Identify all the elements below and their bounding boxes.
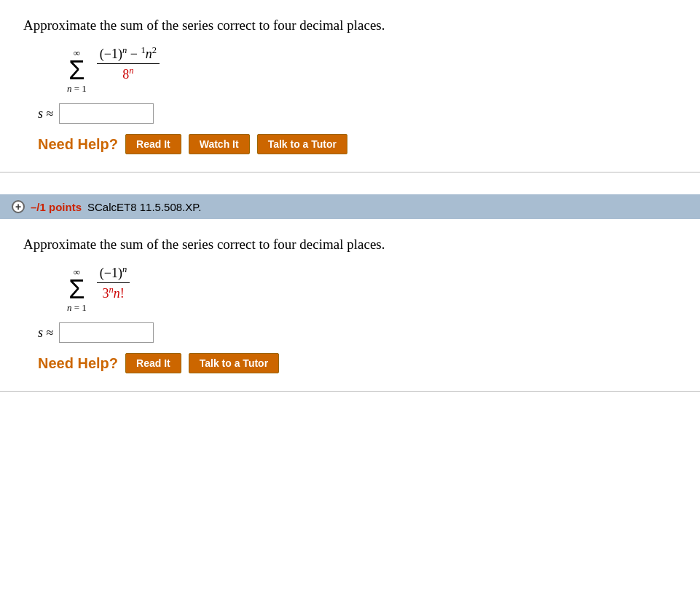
- fraction-1: (−1)n − 1n2 8n: [97, 45, 160, 82]
- talk-tutor-button-1[interactable]: Talk to a Tutor: [257, 134, 347, 154]
- sigma-symbol-1: ∞ Σ n = 1: [67, 48, 87, 93]
- points-bar: + –/1 points SCalcET8 11.5.508.XP.: [0, 194, 700, 219]
- fraction-2: (−1)n 3nn!: [97, 264, 130, 301]
- points-text: –/1 points: [31, 201, 82, 213]
- problem-2-section: Approximate the sum of the series correc…: [0, 219, 700, 391]
- read-it-button-2[interactable]: Read It: [125, 353, 181, 373]
- answer-label-2: s ≈: [38, 325, 53, 341]
- problem-2-title: Approximate the sum of the series correc…: [23, 237, 677, 253]
- answer-input-2[interactable]: [59, 322, 154, 343]
- problem-1-help-row: Need Help? Read It Watch It Talk to a Tu…: [38, 134, 677, 154]
- spacer: [0, 172, 700, 194]
- problem-1-section: Approximate the sum of the series correc…: [0, 0, 700, 172]
- need-help-label-1: Need Help?: [38, 136, 118, 153]
- talk-tutor-button-2[interactable]: Talk to a Tutor: [189, 353, 279, 373]
- divider-2: [0, 391, 700, 392]
- need-help-label-2: Need Help?: [38, 355, 118, 372]
- watch-it-button-1[interactable]: Watch It: [189, 134, 250, 154]
- problem-1-title: Approximate the sum of the series correc…: [23, 17, 677, 33]
- problem-2-help-row: Need Help? Read It Talk to a Tutor: [38, 353, 677, 373]
- sigma-symbol-2: ∞ Σ n = 1: [67, 267, 87, 312]
- problem-2-formula: ∞ Σ n = 1 (−1)n 3nn!: [67, 264, 677, 312]
- problem-1-formula: ∞ Σ n = 1 (−1)n − 1n2 8n: [67, 45, 677, 93]
- problem-id: SCalcET8 11.5.508.XP.: [87, 201, 202, 213]
- problem-2-answer-row: s ≈: [38, 322, 677, 343]
- answer-input-1[interactable]: [59, 103, 154, 124]
- problem-1-answer-row: s ≈: [38, 103, 677, 124]
- read-it-button-1[interactable]: Read It: [125, 134, 181, 154]
- answer-label-1: s ≈: [38, 106, 53, 122]
- plus-icon: +: [12, 200, 25, 213]
